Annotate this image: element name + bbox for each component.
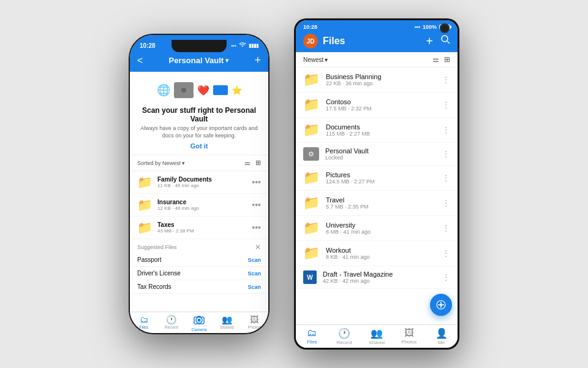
file-name: University <box>326 221 442 229</box>
table-row[interactable]: 📁 University 6 MB · 41 min ago ⋮ <box>296 216 458 241</box>
back-button[interactable]: < <box>137 55 143 66</box>
file-name: Business Planning <box>326 73 442 80</box>
android-tab-photos[interactable]: 🖼 Photos <box>393 328 425 345</box>
android-filter-icon[interactable]: ⚌ <box>432 55 439 64</box>
android-screen: 10:28 ▪▪▪ 100% JD Files <box>296 20 458 348</box>
files-sort-header: Sorted by Newest ▾ ⚌ ⊞ <box>130 155 268 171</box>
table-row[interactable]: 📁 Documents 115 MB · 2:27 MB ⋮ <box>296 118 458 143</box>
table-row[interactable]: 📁 Travel 5.7 MB · 2:35 PM ⋮ <box>296 191 458 216</box>
file-meta: Locked <box>325 155 442 161</box>
files-tab-icon: 🗂 <box>307 328 317 339</box>
table-row[interactable]: 📁 Pictures 124.5 MB · 2:27 PM ⋮ <box>296 166 458 191</box>
tab-photos[interactable]: 🖼 Photos <box>241 315 268 332</box>
table-row[interactable]: 📁 Taxes 43 MB · 2:38 PM ••• <box>130 217 268 239</box>
more-icon[interactable]: ⋮ <box>442 272 450 282</box>
android-camera <box>440 23 450 33</box>
scan-button[interactable]: Scan <box>247 270 261 277</box>
tab-shared[interactable]: 👥 Shared <box>213 315 241 332</box>
tab-files[interactable]: 🗂 Files <box>130 315 157 332</box>
recent-tab-label: Recent <box>165 325 178 329</box>
more-icon[interactable]: ⋮ <box>442 125 450 135</box>
table-row[interactable]: W Draft - Travel Magazine 42 KB · 42 min… <box>296 266 458 289</box>
file-name: Taxes <box>157 221 252 228</box>
got-it-button[interactable]: Got it <box>140 142 258 150</box>
vault-promo-title: Scan your stuff right to Personal Vault <box>140 106 258 123</box>
android-nav-title: Files <box>323 36 345 47</box>
grid-icon[interactable]: ⊞ <box>255 159 261 167</box>
fab-button[interactable] <box>430 294 452 316</box>
more-icon[interactable]: ⋮ <box>442 198 450 208</box>
files-tab-label: Files <box>139 325 148 329</box>
file-name: Travel <box>326 196 442 204</box>
safe-icon <box>174 82 194 98</box>
android-files-header: Newest ▾ ⚌ ⊞ <box>296 52 458 67</box>
more-icon[interactable]: ⋮ <box>442 75 450 85</box>
app-container: 10:28 ▪▪▪ ▮▮▮▮ < Per <box>0 0 588 368</box>
table-row[interactable]: 📁 Workout 8 KB · 41 min ago ⋮ <box>296 241 458 266</box>
tab-camera[interactable]: Camera <box>185 315 213 332</box>
list-item[interactable]: Tax Records Scan <box>130 280 268 294</box>
suggested-name: Tax Records <box>137 283 247 290</box>
list-item[interactable]: Passport Scan <box>130 253 268 267</box>
suggested-header: Suggested Files ✕ <box>130 239 268 253</box>
avatar[interactable]: JD <box>303 34 318 48</box>
sort-label[interactable]: Sorted by Newest ▾ <box>137 160 185 166</box>
filter-icon[interactable]: ⚌ <box>244 159 251 167</box>
camera-tab-icon <box>193 315 205 327</box>
scan-button[interactable]: Scan <box>247 284 261 290</box>
list-item[interactable]: Driver's License Scan <box>130 267 268 280</box>
more-icon[interactable]: ⋮ <box>442 173 450 183</box>
android-tab-shared[interactable]: 👥 Shared <box>361 328 393 345</box>
more-icon[interactable]: ⋮ <box>442 248 450 258</box>
android-nav-left: JD Files <box>303 34 345 48</box>
scan-button[interactable]: Scan <box>247 257 261 263</box>
close-suggested-button[interactable]: ✕ <box>255 243 261 251</box>
android-add-button[interactable]: + <box>426 34 433 48</box>
android-signal-icon: ▪▪▪ <box>414 24 420 30</box>
more-icon[interactable]: ••• <box>252 200 261 210</box>
folder-icon: 📁 <box>137 220 153 235</box>
android-time: 10:28 <box>303 24 317 30</box>
camera-tab-label: Camera <box>192 328 207 332</box>
tab-recent[interactable]: 🕐 Recent <box>157 315 185 332</box>
android-tab-recent[interactable]: 🕐 Recent <box>328 328 361 345</box>
vault-folder-icon <box>303 147 319 161</box>
android-view-toggle[interactable]: ⚌ ⊞ <box>432 55 450 64</box>
view-toggle[interactable]: ⚌ ⊞ <box>244 159 261 167</box>
file-meta: 42 KB · 42 min ago <box>323 278 442 284</box>
shared-tab-icon: 👥 <box>222 315 232 324</box>
sort-newest-label[interactable]: Newest ▾ <box>303 56 328 63</box>
table-row[interactable]: Personal Vault Locked ⋮ <box>296 143 458 166</box>
more-icon[interactable]: ⋮ <box>442 149 450 159</box>
android-tab-me[interactable]: 👤 Me <box>425 328 458 345</box>
table-row[interactable]: 📁 Family Documents 11 KB · 46 min ago ••… <box>130 171 268 194</box>
file-meta: 115 MB · 2:27 MB <box>326 131 442 137</box>
android-status-bar: 10:28 ▪▪▪ 100% <box>296 20 458 31</box>
more-icon[interactable]: ••• <box>252 223 261 232</box>
file-name: Family Documents <box>157 176 252 183</box>
shared-tab-label: Shared <box>369 340 385 345</box>
android-search-button[interactable] <box>440 34 450 48</box>
table-row[interactable]: 📁 Insurance 12 KB · 46 min ago ••• <box>130 194 268 217</box>
table-row[interactable]: 📁 Contoso 17.5 MB · 2:32 PM ⋮ <box>296 93 458 118</box>
file-info: Documents 115 MB · 2:27 MB <box>326 123 442 137</box>
card-icon <box>213 85 228 95</box>
nav-chevron: ▾ <box>225 57 228 64</box>
android-file-list: 📁 Business Planning 22 KB · 36 min ago ⋮… <box>296 67 458 324</box>
more-icon[interactable]: ⋮ <box>442 223 450 233</box>
add-button[interactable]: + <box>254 54 261 67</box>
android-tab-files[interactable]: 🗂 Files <box>296 328 328 345</box>
more-icon[interactable]: ⋮ <box>442 100 450 110</box>
table-row[interactable]: 📁 Business Planning 22 KB · 36 min ago ⋮ <box>296 67 458 93</box>
file-info: Insurance 12 KB · 46 min ago <box>157 199 252 211</box>
me-tab-icon: 👤 <box>435 328 448 339</box>
file-meta: 11 KB · 46 min ago <box>157 183 252 188</box>
shared-tab-label: Shared <box>220 325 234 329</box>
android-grid-icon[interactable]: ⊞ <box>444 55 450 64</box>
more-icon[interactable]: ••• <box>252 177 261 187</box>
file-meta: 124.5 MB · 2:27 PM <box>326 178 442 185</box>
folder-icon: 📁 <box>303 97 320 113</box>
file-name: Workout <box>326 247 442 254</box>
me-tab-label: Me <box>438 340 445 345</box>
file-info: Draft - Travel Magazine 42 KB · 42 min a… <box>323 270 442 284</box>
